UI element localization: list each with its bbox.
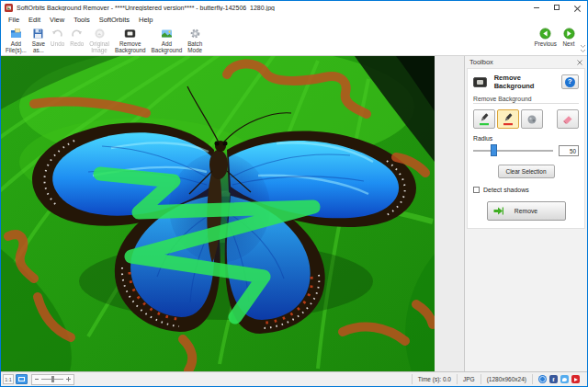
toolbox-panel: Toolbox Remove Background ? Remove Backg… bbox=[464, 56, 587, 371]
save-as-icon bbox=[32, 28, 44, 40]
remove-background-card: Remove Background ? Remove Background bbox=[467, 68, 585, 229]
panel-title: Remove Background bbox=[494, 74, 561, 90]
radius-slider[interactable] bbox=[473, 150, 553, 152]
toolbar: AddFile(s)... Saveas... Undo Redo bbox=[1, 26, 587, 56]
add-background-button[interactable]: AddBackground bbox=[149, 27, 186, 54]
detect-shadows-label: Detect shadows bbox=[483, 187, 529, 193]
toolbar-overflow[interactable] bbox=[581, 45, 585, 52]
image-canvas[interactable] bbox=[1, 56, 464, 371]
undo-button[interactable]: Undo bbox=[48, 27, 67, 48]
detect-shadows-checkbox[interactable] bbox=[473, 187, 480, 193]
smudge-tool-button[interactable] bbox=[521, 109, 543, 129]
toolbox-close-icon[interactable] bbox=[577, 60, 582, 65]
remove-button[interactable]: Remove bbox=[487, 201, 566, 221]
statusbar: 1:1 Time (s): 0.0 JPG (1280x960x24) f bbox=[1, 371, 587, 386]
save-as-button[interactable]: Saveas... bbox=[29, 27, 48, 54]
help-icon: ? bbox=[565, 77, 575, 87]
zoom-slider-handle[interactable] bbox=[51, 376, 54, 382]
batch-mode-button[interactable]: BatchMode bbox=[185, 27, 205, 54]
nav-buttons: Previous Next bbox=[532, 27, 586, 48]
facebook-icon[interactable]: f bbox=[549, 375, 558, 383]
radius-label: Radius bbox=[473, 135, 579, 142]
remove-background-panel-icon bbox=[473, 77, 487, 87]
green-marker-icon bbox=[478, 113, 491, 126]
menu-softorbits[interactable]: SoftOrbits bbox=[95, 16, 134, 24]
window-title: SoftOrbits Background Remover - ****Unre… bbox=[17, 5, 275, 11]
add-files-button[interactable]: AddFile(s)... bbox=[3, 27, 29, 54]
red-marker-icon bbox=[502, 113, 514, 126]
menu-tools[interactable]: Tools bbox=[69, 16, 95, 24]
help-button[interactable]: ? bbox=[561, 74, 579, 89]
fit-to-window-button[interactable] bbox=[16, 374, 28, 384]
youtube-icon[interactable] bbox=[571, 375, 580, 383]
group-label: Remove Background bbox=[473, 96, 579, 102]
butterfly-photo[interactable] bbox=[1, 56, 435, 371]
next-icon bbox=[563, 28, 575, 40]
maximize-icon bbox=[554, 5, 560, 10]
group-divider bbox=[473, 103, 579, 104]
redo-button[interactable]: Redo bbox=[67, 27, 86, 48]
maximize-button[interactable] bbox=[547, 1, 567, 14]
app-icon bbox=[5, 4, 13, 12]
remove-background-icon bbox=[124, 28, 136, 40]
eraser-tool-button[interactable] bbox=[557, 109, 579, 129]
radius-slider-handle[interactable] bbox=[491, 144, 497, 156]
menubar: File Edit View Tools SoftOrbits Help bbox=[1, 14, 587, 26]
chevron-down-icon bbox=[581, 50, 585, 52]
redo-icon bbox=[71, 28, 83, 40]
titlebar: SoftOrbits Background Remover - ****Unre… bbox=[1, 1, 587, 14]
add-background-icon bbox=[161, 28, 173, 40]
previous-button[interactable]: Previous bbox=[532, 27, 560, 48]
time-status: Time (s): 0.0 bbox=[412, 374, 457, 384]
smudge-icon bbox=[526, 113, 538, 126]
minimize-button[interactable] bbox=[526, 1, 547, 14]
original-image-icon bbox=[94, 28, 106, 40]
remove-button-label: Remove bbox=[514, 208, 537, 214]
tools-row bbox=[473, 109, 579, 129]
add-files-icon bbox=[10, 28, 22, 40]
menu-edit[interactable]: Edit bbox=[24, 16, 45, 24]
format-status: JPG bbox=[457, 374, 481, 384]
twitter-icon[interactable] bbox=[560, 375, 569, 383]
previous-icon bbox=[539, 28, 551, 40]
fit-icon bbox=[18, 377, 25, 381]
menu-help[interactable]: Help bbox=[134, 16, 157, 24]
chevron-down-icon bbox=[581, 45, 585, 48]
zoom-out-icon[interactable] bbox=[35, 379, 39, 380]
zoom-slider[interactable] bbox=[31, 374, 74, 385]
dimensions-status: (1280x960x24) bbox=[481, 374, 532, 384]
eraser-icon bbox=[561, 113, 574, 126]
web-icon[interactable] bbox=[538, 375, 547, 383]
close-button[interactable] bbox=[567, 1, 587, 14]
close-icon bbox=[574, 5, 581, 11]
next-button[interactable]: Next bbox=[560, 27, 578, 48]
toolbox-title: Toolbox bbox=[469, 58, 493, 66]
undo-icon bbox=[51, 28, 63, 40]
menu-file[interactable]: File bbox=[4, 16, 24, 24]
radius-value-input[interactable]: 50 bbox=[559, 145, 579, 156]
zoom-in-icon[interactable] bbox=[66, 377, 71, 381]
original-image-button[interactable]: OriginalImage bbox=[86, 27, 112, 54]
app-window: SoftOrbits Background Remover - ****Unre… bbox=[0, 0, 588, 387]
green-arrow-icon bbox=[493, 206, 503, 216]
actual-size-button[interactable]: 1:1 bbox=[3, 374, 14, 384]
clear-selection-button[interactable]: Clear Selection bbox=[498, 165, 555, 178]
minimize-icon bbox=[534, 7, 539, 8]
batch-mode-icon bbox=[189, 28, 201, 40]
remove-background-button[interactable]: RemoveBackground bbox=[112, 27, 149, 54]
remove-marker-button[interactable] bbox=[497, 109, 519, 129]
main-area: Toolbox Remove Background ? Remove Backg… bbox=[1, 56, 587, 371]
keep-marker-button[interactable] bbox=[473, 109, 495, 129]
menu-view[interactable]: View bbox=[45, 16, 69, 24]
